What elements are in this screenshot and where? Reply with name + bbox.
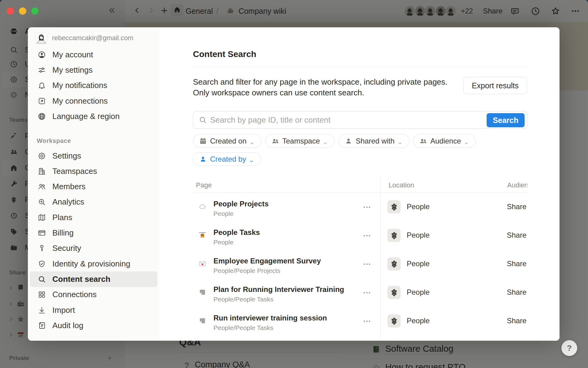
- teamspace-flower-icon: [387, 257, 401, 270]
- page-title-cell[interactable]: People Tasks: [213, 228, 260, 237]
- settings-nav-my-settings[interactable]: My settings: [30, 62, 157, 78]
- settings-nav-language-region[interactable]: Language & region: [30, 109, 157, 124]
- settings-nav-plans[interactable]: Plans: [30, 210, 157, 225]
- page-path: People/People Projects: [213, 267, 280, 275]
- settings-nav-label: Analytics: [52, 197, 84, 207]
- location-cell: People: [407, 231, 430, 240]
- audience-cell: Share: [507, 202, 526, 211]
- settings-nav-label: Plans: [52, 213, 72, 222]
- table-row[interactable]: People TasksPeoplePeopleShare: [193, 221, 527, 250]
- settings-nav-billing[interactable]: Billing: [30, 225, 157, 240]
- audit-scroll-icon: [38, 321, 46, 330]
- filter-chip-label: Shared with: [356, 137, 394, 145]
- settings-nav-panel: rebeccamcakir@gmail.com My accountMy set…: [28, 27, 159, 341]
- filter-chip-audience[interactable]: Audience: [413, 134, 476, 148]
- row-more-button[interactable]: [360, 260, 374, 268]
- settings-nav-audit-log[interactable]: Audit log: [30, 318, 157, 333]
- settings-nav-settings[interactable]: Settings: [30, 148, 157, 163]
- filter-chip-teamspace[interactable]: Teamspace: [265, 134, 335, 148]
- map-icon: [38, 213, 46, 222]
- settings-nav-connections[interactable]: Connections: [30, 287, 157, 302]
- minimize-window-button[interactable]: [19, 7, 26, 15]
- love-letter-emoji-icon: [198, 260, 206, 268]
- settings-nav-label: Settings: [52, 151, 81, 161]
- settings-nav-import[interactable]: Import: [30, 302, 157, 318]
- page-title-cell[interactable]: Run interviewer training session: [213, 313, 327, 323]
- user-avatar: [36, 33, 47, 44]
- settings-nav-label: My notifications: [52, 81, 107, 90]
- row-more-button[interactable]: [360, 203, 374, 211]
- chevron-down-icon: [398, 139, 403, 144]
- settings-nav-my-account[interactable]: My account: [30, 47, 157, 62]
- settings-nav-label: My account: [52, 50, 93, 59]
- workspace-section-header: Workspace: [37, 137, 159, 144]
- key-icon: [38, 244, 46, 252]
- table-row[interactable]: Run interviewer training sessionPeople/P…: [193, 307, 527, 335]
- filter-chip-label: Teamspace: [282, 137, 320, 145]
- settings-nav-my-notifications[interactable]: My notifications: [30, 78, 157, 93]
- row-more-button[interactable]: [360, 232, 374, 240]
- row-more-button[interactable]: [360, 317, 374, 325]
- teamspace-flower-icon: [387, 314, 401, 328]
- filter-chip-label: Created by: [210, 155, 246, 163]
- export-results-button[interactable]: Export results: [463, 77, 527, 94]
- tramway-emoji-icon: [198, 231, 206, 239]
- credit-card-icon: [38, 229, 46, 237]
- page-path: People/People Tasks: [213, 295, 273, 303]
- column-header-location: Location: [389, 178, 414, 193]
- people-filled-icon: [419, 137, 427, 145]
- settings-nav-members[interactable]: Members: [30, 179, 157, 194]
- help-button[interactable]: ?: [561, 340, 577, 356]
- filter-chip-label: Created on: [210, 137, 247, 145]
- gear-outline-icon: [38, 152, 46, 160]
- building-icon: [38, 167, 46, 175]
- close-window-button[interactable]: [7, 7, 14, 15]
- settings-nav-teamspaces[interactable]: Teamspaces: [30, 163, 157, 179]
- table-row[interactable]: Employee Engagement SurveyPeople/People …: [193, 250, 527, 278]
- settings-nav-my-connections[interactable]: My connections: [30, 93, 157, 109]
- page-title-cell[interactable]: Plan for Running Interviewer Training: [213, 285, 344, 294]
- search-placeholder: Search by page ID, title or content: [210, 115, 527, 125]
- table-row[interactable]: Plan for Running Interviewer TrainingPeo…: [193, 278, 527, 307]
- row-more-button[interactable]: [360, 289, 374, 297]
- page-path: People: [213, 238, 233, 246]
- settings-nav-label: Members: [52, 182, 85, 191]
- search-input[interactable]: Search by page ID, title or content Sear…: [193, 111, 527, 129]
- page-description: Search and filter for any page in the wo…: [193, 77, 447, 98]
- page-title: Content Search: [193, 49, 256, 60]
- grid-icon: [38, 290, 46, 299]
- settings-modal: rebeccamcakir@gmail.com My accountMy set…: [28, 27, 560, 341]
- teamspace-flower-icon: [387, 200, 401, 213]
- page-title-cell[interactable]: Employee Engagement Survey: [213, 256, 321, 266]
- column-header-page: Page: [196, 178, 212, 193]
- settings-nav-identity-provisioning[interactable]: Identity & provisioning: [30, 256, 157, 271]
- audience-cell: Share: [507, 259, 526, 268]
- teamspace-flower-icon: [387, 229, 401, 242]
- people-filled-icon: [271, 137, 279, 145]
- settings-nav-analytics[interactable]: Analytics: [30, 194, 157, 210]
- settings-nav-security[interactable]: Security: [30, 241, 157, 256]
- settings-nav-label: Import: [52, 305, 75, 315]
- chevron-down-icon: [250, 139, 255, 144]
- settings-nav-label: Audit log: [52, 321, 83, 330]
- page-title-cell[interactable]: People Projects: [213, 199, 269, 209]
- settings-nav-content-search[interactable]: Content search: [30, 271, 157, 287]
- filter-chip-created-by[interactable]: Created by: [193, 152, 261, 166]
- settings-nav-label: Content search: [52, 274, 110, 284]
- settings-nav-label: Billing: [52, 228, 74, 238]
- magnifier-plus-icon: [38, 198, 46, 206]
- chevron-down-icon: [323, 139, 328, 144]
- import-arrow-icon: [38, 306, 46, 314]
- person-filled-icon: [345, 137, 352, 145]
- filter-chip-shared-with[interactable]: Shared with: [338, 134, 409, 148]
- search-button[interactable]: Search: [487, 113, 525, 127]
- filter-chip-created-on[interactable]: Created on: [193, 134, 262, 148]
- location-cell: People: [407, 288, 430, 297]
- person-circle-icon: [38, 51, 46, 59]
- location-cell: People: [407, 316, 430, 325]
- audience-cell: Share: [507, 288, 526, 297]
- results-table: Page Location Audience People ProjectsPe…: [193, 178, 527, 341]
- members-icon: [38, 182, 46, 191]
- zoom-window-button[interactable]: [31, 7, 39, 15]
- table-row[interactable]: People ProjectsPeoplePeopleShare: [193, 193, 527, 221]
